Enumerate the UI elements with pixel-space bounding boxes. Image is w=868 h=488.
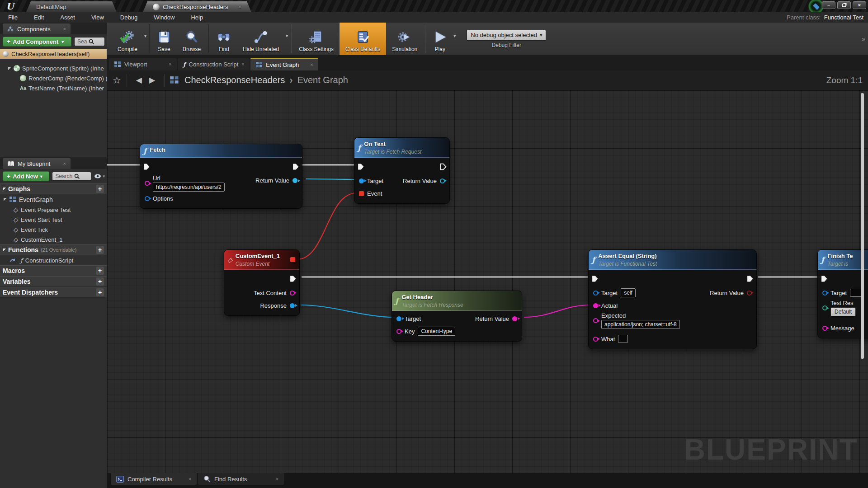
compile-options-caret[interactable]: ▾	[144, 33, 146, 45]
expected-pin[interactable]	[593, 318, 598, 323]
target-input[interactable]: self	[621, 288, 636, 297]
expander-icon[interactable]	[3, 249, 6, 252]
close-icon[interactable]: ×	[310, 62, 313, 67]
section-graphs[interactable]: Graphs +	[0, 183, 107, 194]
target-pin[interactable]	[359, 178, 364, 183]
return-value-pin[interactable]	[512, 316, 517, 321]
node-on-text[interactable]: ƒ On Text Target is Fetch Request Target	[354, 137, 450, 204]
key-input[interactable]: Content-type	[418, 327, 455, 336]
vertical-scrollbar[interactable]	[861, 93, 864, 359]
return-value-pin[interactable]	[440, 178, 445, 183]
breadcrumb-current[interactable]: Event Graph	[297, 75, 348, 85]
what-input[interactable]	[618, 335, 628, 343]
components-tab[interactable]: Components ×	[3, 23, 71, 34]
hide-unrelated-button[interactable]: Hide Unrelated	[237, 23, 285, 55]
tab-compiler-results[interactable]: Compiler Results ×	[111, 473, 197, 485]
menu-edit[interactable]: Edit	[26, 14, 52, 21]
what-pin[interactable]	[593, 337, 598, 342]
event-row[interactable]: ◇Event Tick	[0, 225, 107, 235]
actual-pin[interactable]	[593, 303, 598, 308]
my-blueprint-tab[interactable]: My Blueprint ×	[3, 158, 71, 169]
event-row[interactable]: ◇Event Prepare Test	[0, 205, 107, 215]
component-row-sprite[interactable]: SpriteComponent (Sprite) (Inhe	[0, 63, 107, 73]
expander-icon[interactable]	[3, 188, 6, 191]
close-icon[interactable]: ×	[189, 477, 191, 482]
close-icon[interactable]: ×	[241, 62, 244, 67]
event-delegate-pin[interactable]	[359, 191, 364, 196]
exec-in-pin[interactable]	[143, 163, 150, 170]
text-content-pin[interactable]	[290, 291, 295, 296]
add-new-button[interactable]: + Add New ▾	[3, 171, 49, 181]
eventgraph-row[interactable]: EventGraph	[0, 194, 107, 205]
menu-help[interactable]: Help	[183, 14, 211, 21]
component-row-self[interactable]: CheckResponseHeaders(self)	[0, 49, 107, 59]
my-blueprint-search-input[interactable]: Search	[52, 172, 91, 181]
return-value-pin[interactable]	[747, 291, 752, 296]
menu-debug[interactable]: Debug	[112, 14, 146, 21]
exec-out-pin[interactable]	[746, 275, 754, 282]
menu-file[interactable]: File	[0, 14, 26, 21]
node-get-header[interactable]: ƒ Get Header Target is Fetch Response Ta…	[392, 291, 522, 342]
debug-object-dropdown[interactable]: No debug object selected ▾	[467, 30, 546, 41]
filter-visibility-button[interactable]: ▾	[94, 174, 105, 179]
test-result-dropdown[interactable]: Default	[830, 307, 856, 316]
browse-button[interactable]: Browse	[177, 23, 207, 55]
wire-getheader-returnvalue-assert-actual[interactable]	[524, 305, 591, 317]
exec-out-pin[interactable]	[292, 163, 299, 170]
component-row-rendercomp[interactable]: RenderComp (RenderComp) (	[0, 73, 107, 83]
expander-icon[interactable]	[4, 198, 7, 201]
key-pin[interactable]	[396, 329, 401, 334]
tab-viewport[interactable]: Viewport ×	[109, 58, 177, 70]
wire-customevent-delegate-ontext-event[interactable]	[297, 193, 357, 259]
tab-event-graph[interactable]: Event Graph ×	[250, 58, 318, 70]
section-macros[interactable]: Macros +	[0, 265, 107, 276]
url-input[interactable]: https://reqres.in/api/users/2	[153, 183, 225, 192]
favorite-star-icon[interactable]: ☆	[113, 75, 121, 86]
menu-view[interactable]: View	[83, 14, 112, 21]
url-pin[interactable]	[145, 181, 150, 186]
target-pin[interactable]	[822, 291, 827, 296]
nav-back-button[interactable]: ◀	[136, 75, 142, 85]
section-event-dispatchers[interactable]: Event Dispatchers +	[0, 287, 107, 298]
exec-in-pin[interactable]	[821, 275, 828, 282]
add-component-button[interactable]: + Add Component ▾	[3, 37, 71, 47]
target-pin[interactable]	[396, 316, 401, 321]
close-icon[interactable]: ×	[63, 161, 66, 166]
exec-out-pin[interactable]	[289, 275, 297, 282]
minimize-button[interactable]: –	[822, 1, 835, 9]
tab-find-results[interactable]: Find Results ×	[198, 473, 284, 485]
event-row[interactable]: ◇Event Start Test	[0, 215, 107, 225]
tab-construction-script[interactable]: ƒ Construction Script ×	[178, 58, 250, 70]
target-input[interactable]	[850, 289, 862, 297]
components-search-input[interactable]: Sea	[74, 37, 105, 46]
close-window-button[interactable]: ×	[853, 1, 866, 9]
add-macro-button[interactable]: +	[96, 267, 104, 275]
exec-in-pin[interactable]	[357, 163, 364, 170]
options-pin[interactable]	[145, 196, 150, 201]
section-functions[interactable]: Functions (21 Overridable) +	[0, 244, 107, 255]
section-variables[interactable]: Variables +	[0, 276, 107, 287]
close-icon[interactable]: ×	[169, 62, 171, 67]
class-settings-button[interactable]: Class Settings	[293, 23, 340, 55]
add-graph-button[interactable]: +	[96, 185, 104, 193]
nav-forward-button[interactable]: ▶	[149, 75, 155, 85]
event-graph-canvas[interactable]: ƒ Fetch Url https://reqres.in/api/user	[107, 90, 868, 473]
component-row-testname[interactable]: Aa TestName (TestName) (Inher	[0, 83, 107, 93]
play-button[interactable]: Play	[427, 23, 453, 55]
delegate-out-pin[interactable]	[290, 257, 295, 262]
target-pin[interactable]	[593, 291, 598, 296]
restore-button[interactable]	[837, 1, 851, 9]
add-event-dispatcher-button[interactable]: +	[96, 288, 104, 296]
add-function-button[interactable]: +	[96, 246, 104, 254]
compile-button[interactable]: Compile	[112, 23, 143, 55]
close-icon[interactable]: ×	[63, 26, 66, 32]
play-options-caret[interactable]: ▾	[453, 33, 456, 45]
parent-class-link[interactable]: Functional Test	[824, 14, 863, 21]
asset-tab-defaultmap[interactable]: DefaultMap	[26, 1, 117, 12]
menu-window[interactable]: Window	[146, 14, 183, 21]
close-icon[interactable]: ×	[276, 477, 278, 482]
toolbar-overflow-icon[interactable]: »	[862, 35, 865, 42]
response-pin[interactable]	[290, 303, 295, 308]
class-defaults-button[interactable]: Class Defaults	[340, 23, 386, 55]
event-row[interactable]: ◇CustomEvent_1	[0, 235, 107, 244]
